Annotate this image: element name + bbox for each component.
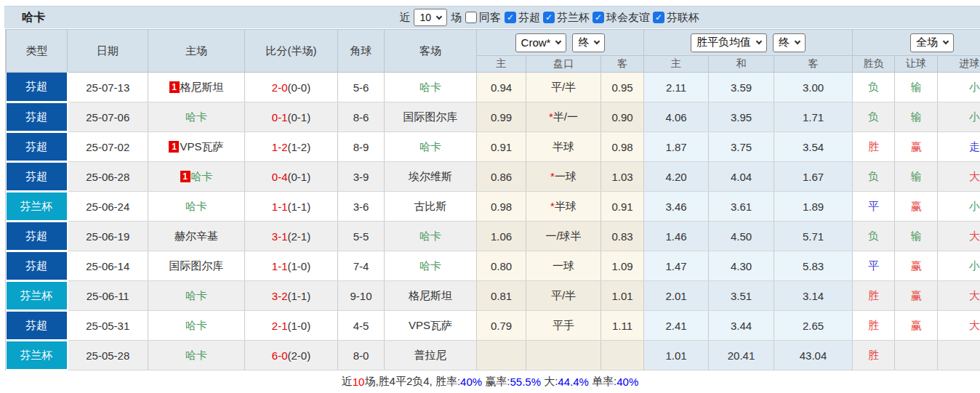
league-type-cell[interactable]: 芬超: [7, 251, 68, 281]
score-cell[interactable]: 3-2(1-1): [245, 281, 338, 311]
avg-odds-select[interactable]: 胜平负均值: [691, 33, 767, 52]
corner-score: 3-9: [338, 162, 385, 192]
league-type-cell[interactable]: 芬超: [7, 132, 68, 162]
league-filter-芬联杯[interactable]: 芬联杯: [653, 11, 699, 25]
away-team[interactable]: 哈卡: [385, 222, 477, 251]
team-recent-matches-panel: 哈卡 近 10 场 同客 芬超芬兰杯球会友谊芬联杯: [0, 0, 980, 393]
home-team[interactable]: 哈卡: [148, 281, 245, 311]
result-handicap: 输: [895, 222, 938, 251]
away-team[interactable]: 哈卡: [385, 251, 477, 281]
match-date: 25-07-06: [68, 102, 148, 132]
result-winloss: 负: [853, 102, 895, 132]
away-team[interactable]: 埃尔维斯: [385, 162, 477, 192]
rank-badge: 1: [169, 81, 180, 93]
col-header-home: 主场: [148, 30, 245, 73]
home-team[interactable]: 1哈卡: [148, 162, 245, 192]
odds-away: 1.11: [601, 311, 644, 341]
avg-home-odds: 1.87: [644, 132, 709, 162]
rank-badge: 1: [169, 141, 179, 153]
matches-table: 类型 日期 主场 比分(半场) 角球 客场 Crow* 终: [6, 29, 980, 370]
odds-home: 1.06: [477, 222, 526, 251]
league-type-cell[interactable]: 芬兰杯: [7, 281, 68, 311]
match-date: 25-06-28: [68, 162, 148, 192]
odds-away: 0.95: [601, 73, 644, 102]
result-goals: 大: [938, 281, 980, 311]
league-checkbox[interactable]: [505, 12, 516, 23]
match-row: 芬超25-07-06哈卡0-1(0-1)8-6国际图尔库0.99*半/一0.90…: [7, 102, 980, 132]
score-cell[interactable]: 3-1(2-1): [245, 222, 338, 251]
home-team[interactable]: 国际图尔库: [148, 251, 245, 281]
avg-away-odds: 2.65: [774, 311, 853, 341]
league-type-cell[interactable]: 芬超: [7, 222, 68, 251]
avg-away-odds: 3.14: [774, 281, 853, 311]
odds-handicap: [526, 341, 601, 370]
score-cell[interactable]: 1-2(1-2): [245, 132, 338, 162]
score-cell[interactable]: 1-1(1-1): [245, 192, 338, 222]
score-cell[interactable]: 0-1(0-1): [245, 102, 338, 132]
matches-table-wrap: 类型 日期 主场 比分(半场) 角球 客场 Crow* 终: [5, 29, 980, 370]
recent-count-select[interactable]: 10: [414, 9, 447, 26]
score-cell[interactable]: 1-1(1-0): [245, 251, 338, 281]
odds-away: 0.83: [601, 222, 644, 251]
league-type-cell[interactable]: 芬兰杯: [7, 341, 68, 370]
matches-label: 场: [451, 11, 462, 25]
odds-handicap: *半/一: [526, 102, 601, 132]
odds-away: 1.09: [601, 251, 644, 281]
odds-handicap: 平手: [526, 311, 601, 341]
avg-draw-odds: 3.75: [709, 132, 774, 162]
league-type-cell[interactable]: 芬兰杯: [7, 192, 68, 222]
home-team[interactable]: 1VPS瓦萨: [148, 132, 245, 162]
league-type-cell[interactable]: 芬超: [7, 73, 68, 102]
away-team[interactable]: 哈卡: [385, 132, 477, 162]
avg-home-odds: 1.47: [644, 251, 709, 281]
odds-home: 0.94: [477, 73, 526, 102]
result-handicap: 赢: [895, 251, 938, 281]
odds-home: 0.98: [477, 192, 526, 222]
bookmaker-select[interactable]: Crow*: [515, 33, 567, 52]
league-filter-芬超[interactable]: 芬超: [505, 11, 540, 25]
score-cell[interactable]: 2-0(0-0): [245, 73, 338, 102]
score-cell[interactable]: 6-0(2-0): [245, 341, 338, 370]
summary-text: 55.5%: [510, 376, 541, 388]
summary-text: 10: [353, 376, 365, 388]
score-cell[interactable]: 2-1(1-0): [245, 311, 338, 341]
same-away-checkbox[interactable]: [465, 12, 477, 23]
home-team[interactable]: 哈卡: [148, 341, 245, 370]
result-goals: 大: [938, 162, 980, 192]
chevron-down-icon: [943, 39, 949, 44]
away-team[interactable]: 格尼斯坦: [385, 281, 477, 311]
league-checkbox[interactable]: [593, 12, 604, 23]
home-team[interactable]: 哈卡: [148, 102, 245, 132]
away-team[interactable]: 国际图尔库: [385, 102, 477, 132]
home-team[interactable]: 1格尼斯坦: [148, 73, 245, 102]
away-team[interactable]: 普拉尼: [385, 341, 477, 370]
odds-home: 0.79: [477, 311, 526, 341]
match-row: 芬超25-06-281哈卡0-4(0-1)3-9埃尔维斯0.86*一球1.034…: [7, 162, 980, 192]
league-checkbox[interactable]: [653, 12, 664, 23]
league-type-cell[interactable]: 芬超: [7, 162, 68, 192]
summary-text: 44.4%: [558, 376, 589, 388]
same-away-filter[interactable]: 同客: [465, 11, 501, 25]
away-team[interactable]: 哈卡: [385, 73, 477, 102]
league-type-cell[interactable]: 芬超: [7, 311, 68, 341]
league-filter-芬兰杯[interactable]: 芬兰杯: [543, 11, 590, 25]
odds-away: 1.03: [601, 162, 644, 192]
corner-score: 8-9: [338, 132, 385, 162]
result-handicap: 赢: [895, 311, 938, 341]
avg-away-odds: 1.89: [774, 192, 853, 222]
odds-home: 0.81: [477, 281, 526, 311]
avg-time-select[interactable]: 终: [773, 33, 806, 52]
recent-count-value: 10: [419, 12, 431, 23]
league-checkbox[interactable]: [543, 12, 555, 23]
score-cell[interactable]: 0-4(0-1): [245, 162, 338, 192]
away-team[interactable]: VPS瓦萨: [385, 311, 477, 341]
home-team[interactable]: 赫尔辛基: [148, 222, 245, 251]
fullmatch-select[interactable]: 全场: [910, 33, 954, 52]
league-type-cell[interactable]: 芬超: [7, 102, 68, 132]
corner-score: 8-6: [338, 102, 385, 132]
home-team[interactable]: 哈卡: [148, 192, 245, 222]
home-team[interactable]: 哈卡: [148, 311, 245, 341]
odds-time-select[interactable]: 终: [572, 33, 605, 52]
away-team[interactable]: 古比斯: [385, 192, 477, 222]
league-filter-球会友谊[interactable]: 球会友谊: [593, 11, 650, 25]
